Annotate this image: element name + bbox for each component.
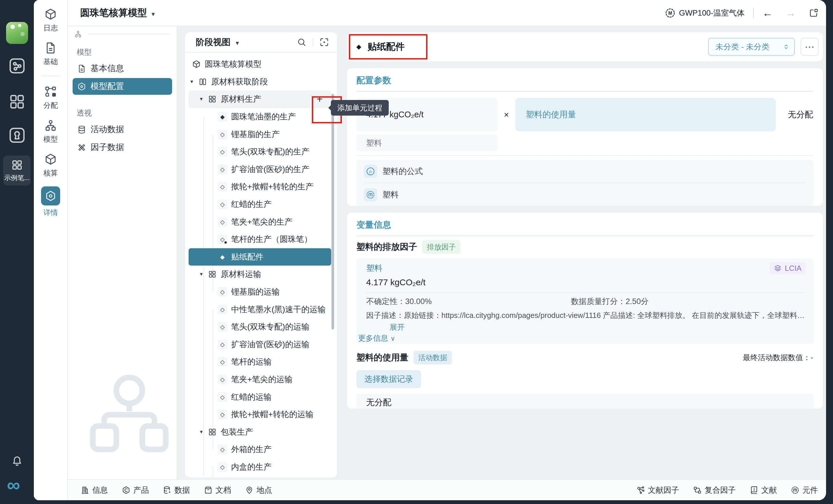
icon-rail-item-核算[interactable]: 核算 [43,153,58,178]
nav-section-perspective: 透视 [77,108,177,118]
tree-item[interactable]: ◇揿轮+揿帽+转轮的生产 [189,178,331,196]
more-actions-button[interactable] [801,38,818,56]
tree-item[interactable]: ◇锂基脂的运输 [189,283,331,301]
statusbar-item-文献因子[interactable]: 文献因子 [636,485,679,495]
tree-item[interactable]: ◇中性笔墨水(黑)速干的运输 [189,301,331,318]
factor-value: 4.177 kgCO₂e/t [366,277,814,288]
tree-item-label: 揿轮+揿帽+转轮的生产 [231,181,313,192]
tree-item[interactable]: ◆贴纸配件 [189,248,331,266]
add-unit-process-button[interactable]: + [312,92,327,107]
nav-panel: 模型 基本信息 模型配置 透视 活动数据 因子数据 [68,26,177,479]
locate-icon[interactable] [319,37,329,47]
nav-item-model-config[interactable]: 模型配置 [73,78,172,95]
tree-item[interactable]: ◆圆珠笔油墨的生产 [189,108,331,126]
param-name-box[interactable]: 塑料 [356,135,498,151]
icon-rail-item-分配[interactable]: 分配 [43,85,58,110]
tree-item-label: 外箱的生产 [231,444,271,455]
apps-grid-icon[interactable] [8,93,26,111]
param-name: 塑料 [366,138,382,148]
statusbar-item-信息[interactable]: 信息 [81,485,108,495]
tree-item[interactable]: 圆珠笔核算模型 [189,55,331,73]
statusbar-item-文档[interactable]: 文档 [204,485,231,495]
tree-item-label: 原材料获取阶段 [211,76,268,87]
hierarchy-watermark [83,372,175,460]
icon-rail-item-模型[interactable]: 模型 [43,119,58,144]
tree-item-label: 圆珠笔油墨的生产 [231,111,296,122]
book-icon [750,486,758,495]
tree-item[interactable]: ◇笔杆的生产（圆珠笔） [189,231,331,248]
material-m-icon [364,188,377,201]
factor-name-link[interactable]: 塑料 [366,263,382,274]
statusbar-item-数据[interactable]: 数据 [163,485,190,495]
icon-rail-label: 模型 [43,134,58,144]
tree-item[interactable]: ◇笔夹+笔尖的生产 [189,213,331,231]
tree-item-label: 内盒的生产 [231,461,271,473]
tree-item[interactable]: ◇笔头(双珠专配)的运输 [189,318,331,336]
statusbar-item-地点[interactable]: 地点 [245,485,272,495]
statusbar-item-文献[interactable]: 文献 [750,485,777,495]
tree-item[interactable]: ◇揿轮+揿帽+转轮的运输 [189,406,331,423]
tree-item-label: 笔头(双珠专配)的运输 [231,321,309,332]
statusbar-item-复合因子[interactable]: 复合因子 [693,485,736,495]
material-label: 塑料 [382,189,399,200]
tree-item[interactable]: ▼原材料生产+ [189,91,331,108]
tree-item[interactable]: ◇内盒的生产 [189,458,331,476]
active-project-tile[interactable]: 示例笔... [3,155,31,185]
statusbar-label: 信息 [92,485,108,495]
statusbar-item-元件[interactable]: 元件 [791,485,818,495]
impact-method[interactable]: M GWP100-温室气体 [665,8,744,18]
nav-item-factor-data[interactable]: 因子数据 [73,139,172,156]
stage-icon [198,77,207,86]
category-select[interactable]: 未分类 - 未分类 [708,38,795,56]
diamond-icon: ◇ [217,217,227,227]
tree-item[interactable]: ◇笔头(双珠专配)的生产 [189,143,331,161]
lock-keyhole-icon[interactable] [8,126,26,145]
tree-item[interactable]: ▼原材料获取阶段 [189,73,331,91]
caret-down-icon[interactable]: ▼ [199,429,208,435]
caret-down-icon[interactable]: ▼ [199,97,208,102]
tree-item[interactable]: ◇外箱的生产 [189,441,331,458]
factor-badge: 排放因子 [422,240,460,254]
cube-icon [44,153,57,166]
nav-item-basic-info[interactable]: 基本信息 [73,60,172,77]
usage-variable-box[interactable]: 塑料的使用量 [516,98,776,131]
icon-rail-item-详情[interactable]: 详情 [41,186,60,217]
share-network-icon[interactable] [8,57,26,75]
tree-view-dropdown[interactable]: 阶段视图 [196,36,239,48]
search-icon[interactable] [297,37,306,47]
building-icon [81,486,89,495]
tree-item[interactable]: ◇扩容油管(医砂)的生产 [189,161,331,178]
diamond-icon: ◇ [217,462,227,472]
more-info-link[interactable]: 更多信息 [358,333,395,343]
tree-item[interactable]: ◇锂基脂的生产 [189,125,331,143]
caret-down-icon[interactable]: ▼ [189,79,198,84]
workspace-thumbnail[interactable] [6,22,28,44]
nav-item-activity-data[interactable]: 活动数据 [73,121,172,138]
tree-item-label: 红蜡的运输 [231,392,271,403]
formula-row[interactable]: fx 塑料的公式 [356,160,814,183]
statusbar-label: 文献因子 [648,485,679,495]
tree-item[interactable]: ◇红蜡的生产 [189,196,331,213]
variable-info-card: 变量信息 塑料的排放因子 排放因子 塑料 LCIA [347,213,823,409]
expand-link[interactable]: 展开 [389,323,405,332]
icon-rail-item-日志[interactable]: 日志 [43,7,58,33]
tree-item[interactable]: ▼原材料运输 [189,266,331,283]
caret-down-icon[interactable]: ▼ [199,272,208,277]
notifications-bell-icon[interactable] [10,454,24,468]
tree-scrollbar[interactable] [331,94,334,329]
statusbar-item-产品[interactable]: 产品 [122,485,149,495]
tree-item[interactable]: ◇笔夹+笔尖的运输 [189,371,331,388]
tree-item[interactable]: ◇红蜡的运输 [189,388,331,406]
diamond-icon: ◆ [356,43,361,51]
forward-arrow-icon[interactable] [786,8,796,18]
icon-rail-item-基础[interactable]: 基础 [43,41,58,67]
model-title-dropdown[interactable]: 圆珠笔核算模型 [80,6,155,19]
open-external-icon[interactable] [809,8,818,18]
select-record-button[interactable]: 选择数据记录 [356,370,421,388]
hierarchy-icon [44,119,57,132]
tree-item[interactable]: ▼包装生产 [189,423,331,441]
material-row[interactable]: 塑料 [356,183,814,206]
tree-item[interactable]: ◇扩容油管(医砂)的运输 [189,336,331,353]
tree-item[interactable]: ◇笔杆的运输 [189,353,331,371]
back-arrow-icon[interactable] [762,8,773,18]
